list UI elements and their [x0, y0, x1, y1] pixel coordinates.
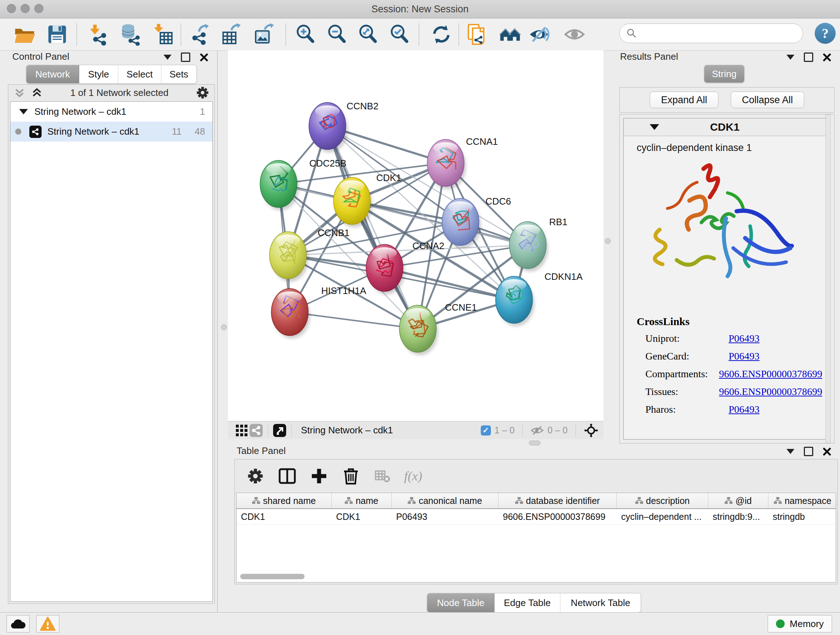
show-hide-graphics-details-button[interactable] — [526, 21, 554, 48]
grid-view-button[interactable] — [234, 424, 249, 437]
protein-card-header[interactable]: CDK1 — [624, 119, 826, 136]
expand-all-button[interactable]: Expand All — [650, 92, 718, 108]
zoom-out-button[interactable] — [324, 21, 351, 48]
panel-collapse-icon[interactable] — [786, 55, 794, 60]
column-header-description[interactable]: description — [617, 493, 708, 508]
show-column-selector-button[interactable] — [277, 466, 298, 486]
network-row-selected[interactable]: String Network – cdk1 11 48 — [11, 122, 212, 141]
cloud-status-button[interactable] — [6, 615, 30, 632]
export-image-button[interactable] — [250, 21, 278, 48]
table-options-button[interactable] — [245, 466, 266, 486]
export-network-icon — [188, 23, 211, 46]
application-window: Session: New Session — [0, 0, 840, 635]
table-cell[interactable]: 9606.ENSP00000378699 — [499, 509, 617, 524]
delete-column-button[interactable] — [340, 466, 362, 486]
panel-close-icon[interactable] — [823, 53, 831, 62]
save-session-button[interactable] — [43, 21, 71, 48]
column-header-namespace[interactable]: namespace — [768, 493, 836, 508]
crosslink-link[interactable]: P06493 — [729, 404, 760, 415]
open-session-button[interactable] — [11, 21, 38, 48]
import-network-from-database-button[interactable] — [117, 21, 144, 48]
table-cell[interactable]: cyclin–dependent ... — [617, 509, 708, 524]
network-collection-row[interactable]: String Network – cdk1 1 — [11, 102, 212, 122]
selected-checkbox-icon[interactable]: ✓ — [481, 425, 491, 435]
collapse-all-networks-icon[interactable] — [31, 87, 43, 99]
table-cell[interactable]: stringdb:9... — [708, 509, 768, 524]
network-node-CCNB2[interactable]: CCNB2 — [309, 101, 378, 152]
table-cell[interactable]: CDK1 — [237, 509, 332, 524]
first-neighbors-button[interactable] — [496, 21, 524, 48]
detach-view-button[interactable] — [272, 424, 287, 437]
tab-network-table[interactable]: Network Table — [561, 593, 641, 612]
zoom-selected-button[interactable] — [386, 21, 414, 48]
crosslink-link[interactable]: P06493 — [729, 350, 760, 362]
network-node-CDK1[interactable]: CDK1 — [333, 172, 401, 227]
zoom-in-button[interactable] — [292, 21, 319, 48]
tab-style[interactable]: Style — [79, 65, 118, 83]
tab-network[interactable]: Network — [27, 65, 79, 83]
network-node-RB1[interactable]: RB1 — [509, 217, 568, 272]
tab-string[interactable]: String — [704, 65, 744, 82]
panel-float-icon[interactable] — [804, 52, 813, 62]
collection-label: String Network – cdk1 — [34, 106, 126, 117]
create-column-button[interactable] — [309, 466, 330, 486]
network-node-CCNA2[interactable]: CCNA2 — [366, 241, 444, 295]
column-header--id[interactable]: @id — [708, 493, 768, 508]
tab-node-table[interactable]: Node Table — [427, 593, 494, 612]
panel-collapse-icon[interactable] — [164, 55, 172, 60]
bird-eye-view-button[interactable] — [561, 21, 589, 48]
zoom-fit-content-button[interactable] — [355, 21, 382, 48]
tab-edge-table[interactable]: Edge Table — [494, 593, 561, 612]
panel-close-icon[interactable] — [823, 447, 831, 456]
help-button[interactable]: ? — [815, 23, 836, 44]
collection-expand-icon[interactable] — [19, 109, 28, 114]
tab-select[interactable]: Select — [118, 65, 161, 83]
column-header-name[interactable]: name — [332, 493, 392, 508]
warnings-button[interactable] — [36, 615, 59, 632]
crosslink-link[interactable]: 9606.ENSP00000378699 — [719, 368, 822, 380]
expand-all-networks-icon[interactable] — [13, 87, 26, 99]
crosslink-label: Pharos: — [637, 404, 729, 415]
apply-preferred-layout-button[interactable] — [428, 21, 455, 48]
search-input[interactable] — [641, 28, 796, 39]
column-header-database-identifier[interactable]: database identifier — [499, 493, 617, 508]
network-options-gear-icon[interactable] — [196, 86, 210, 100]
table-row[interactable]: CDK1CDK1P064939606.ENSP00000378699cyclin… — [237, 509, 836, 524]
column-header-shared-name[interactable]: shared name — [237, 493, 332, 508]
crosslink-link[interactable]: 9606.ENSP00000378699 — [719, 386, 822, 397]
network-view-mode-button[interactable] — [249, 424, 264, 437]
clone-network-button[interactable] — [463, 21, 491, 48]
import-network-icon — [87, 23, 110, 46]
horizontal-scrollbar-thumb[interactable] — [240, 574, 305, 579]
export-network-button[interactable] — [186, 21, 213, 48]
table-cell[interactable]: stringdb — [768, 509, 836, 524]
results-scrollbar[interactable] — [826, 114, 831, 443]
panel-collapse-icon[interactable] — [786, 449, 794, 454]
memory-button[interactable]: Memory — [767, 615, 832, 632]
table-cell[interactable]: P06493 — [392, 509, 499, 524]
network-graph[interactable]: CCNB2CCNA1CDC25BCDK1CDC6RB1CCNB1CCNA2CDK… — [228, 50, 603, 421]
node-label-CCNA1: CCNA1 — [466, 136, 498, 147]
table-cell[interactable]: CDK1 — [332, 509, 392, 524]
network-node-HIST1H1A[interactable]: HIST1H1A — [271, 285, 366, 339]
right-splitter-handle[interactable] — [605, 238, 611, 244]
export-table-button[interactable] — [218, 21, 245, 48]
panel-float-icon[interactable] — [181, 52, 190, 62]
network-canvas[interactable]: CCNB2CCNA1CDC25BCDK1CDC6RB1CCNB1CCNA2CDK… — [228, 50, 603, 421]
import-table-icon — [152, 23, 174, 46]
import-network-from-file-button[interactable] — [85, 21, 112, 48]
tab-sets[interactable]: Sets — [161, 65, 196, 83]
column-header-canonical-name[interactable]: canonical name — [392, 493, 499, 508]
birds-eye-crosshair-icon[interactable] — [584, 423, 598, 438]
network-node-CDC6[interactable]: CDC6 — [442, 196, 511, 249]
collapse-all-button[interactable]: Collapse All — [731, 92, 804, 108]
network-node-CDKN1A[interactable]: CDKN1A — [496, 271, 583, 326]
left-splitter-handle[interactable] — [221, 325, 227, 330]
network-node-CCNE1[interactable]: CCNE1 — [399, 302, 477, 355]
network-node-CCNA1[interactable]: CCNA1 — [427, 136, 498, 189]
selected-node-edge-counts: 1 – 0 — [494, 425, 515, 435]
panel-float-icon[interactable] — [804, 447, 813, 456]
panel-close-icon[interactable] — [200, 53, 208, 62]
crosslink-link[interactable]: P06493 — [729, 333, 760, 344]
import-table-from-file-button[interactable] — [149, 21, 177, 48]
